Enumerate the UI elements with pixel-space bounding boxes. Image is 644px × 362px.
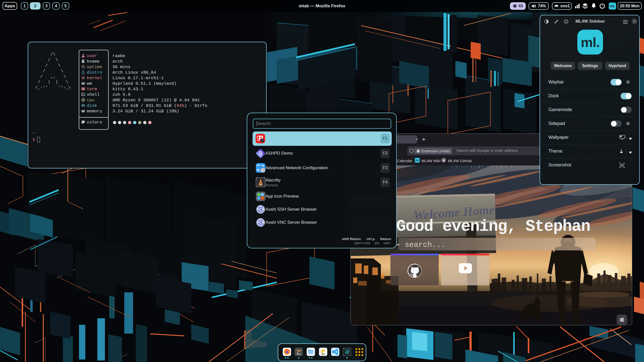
svg-text:sI: sI (345, 351, 349, 355)
